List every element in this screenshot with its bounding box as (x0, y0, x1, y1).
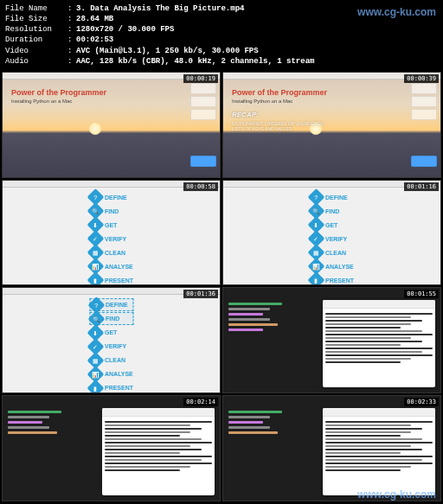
code-line (228, 329, 263, 331)
timestamp: 00:02:14 (183, 398, 218, 406)
text-line (105, 456, 212, 457)
hex-glyph: 📊 (311, 264, 319, 270)
text-line (325, 428, 422, 430)
step-label: GET (105, 222, 117, 228)
text-line (105, 435, 180, 437)
step-row: ⬇GET (310, 219, 354, 232)
hex-glyph: 📊 (91, 264, 99, 270)
mac-dock (411, 83, 437, 167)
text-line (325, 424, 411, 426)
code-line (8, 431, 57, 434)
step-label: GET (105, 329, 117, 335)
browser-toolbar (102, 408, 215, 417)
dock-item (411, 83, 437, 94)
step-label: FIND (325, 208, 339, 214)
text-line (105, 449, 202, 450)
text-line (325, 435, 401, 437)
step-row: 🔍FIND (310, 205, 354, 218)
text-line (325, 361, 401, 363)
meta-value-audio: AAC, 128 kb/s (CBR), 48.0 kHz, 2 channel… (76, 56, 314, 67)
browser-body (102, 417, 215, 475)
text-line (325, 469, 401, 471)
watermark-top: www.cg-ku.com (357, 5, 436, 19)
browser-window (323, 408, 435, 495)
text-line (325, 431, 411, 433)
colon: : (67, 35, 76, 45)
code-line (8, 426, 49, 429)
meta-value-video: AVC (Main@L3.1), 1 250 kb/s, 30.000 FPS (76, 46, 259, 56)
text-line (325, 442, 433, 443)
meta-label: Video (5, 46, 67, 56)
text-line (325, 330, 422, 332)
step-label: VERIFY (105, 343, 126, 349)
code-editor (228, 408, 305, 494)
meta-row-duration: Duration : 00:02:53 (5, 35, 438, 45)
text-line (325, 459, 422, 461)
code-line (8, 416, 49, 418)
meta-row-video: Video : AVC (Main@L3.1), 1 250 kb/s, 30.… (5, 46, 438, 56)
text-line (325, 344, 401, 346)
code-line (228, 416, 270, 418)
browser-body (323, 309, 435, 367)
step-row: ▦CLEAN (89, 354, 133, 367)
hex-glyph: ✓ (93, 236, 98, 242)
code-line (228, 323, 278, 326)
dock-item (411, 156, 437, 167)
text-line (105, 463, 212, 464)
hex-glyph: 🔍 (91, 208, 99, 214)
step-label: CLEAN (325, 250, 346, 256)
dock-item (190, 96, 216, 107)
hex-icon: ▮ (307, 271, 324, 285)
hex-glyph: ✓ (93, 343, 98, 349)
text-line (325, 452, 401, 454)
text-line (325, 456, 433, 457)
timestamp: 00:01:55 (404, 290, 439, 298)
meta-value-filename: 3. Data Analysis The Big Picture.mp4 (76, 3, 244, 14)
text-line (325, 337, 411, 339)
thumbnail-3: ?DEFINE🔍FIND⬇GET✓VERIFY▦CLEAN📊ANALYSE▮PR… (2, 180, 221, 286)
hex-glyph: ▮ (93, 385, 97, 391)
timestamp: 00:00:58 (183, 182, 218, 191)
code-line (228, 421, 263, 424)
hex-glyph: ▦ (312, 250, 318, 256)
meta-value-duration: 00:02:53 (76, 35, 113, 45)
step-label: CLEAN (105, 250, 125, 256)
hex-icon: ▮ (87, 380, 104, 393)
colon: : (67, 14, 76, 24)
step-label: DEFINE (105, 195, 127, 201)
text-line (325, 463, 433, 464)
text-line (325, 466, 411, 468)
step-label: DEFINE (106, 302, 128, 308)
code-editor (228, 300, 305, 386)
text-line (325, 313, 433, 315)
code-line (228, 318, 270, 321)
step-label: VERIFY (105, 236, 126, 242)
text-line (325, 316, 411, 318)
timestamp: 00:01:16 (404, 182, 439, 191)
hex-icon: ▮ (87, 271, 104, 285)
text-line (325, 445, 411, 447)
hex-glyph: ? (314, 195, 318, 201)
step-row: 📊ANALYSE (89, 367, 133, 380)
meta-label: Audio (5, 56, 67, 67)
hex-glyph: ▦ (92, 357, 98, 363)
code-line (8, 411, 61, 413)
step-label: CLEAN (105, 357, 125, 363)
step-row: ▮PRESENT (89, 381, 133, 393)
sun-icon (89, 123, 101, 135)
text-line (325, 421, 433, 423)
code-line (228, 426, 270, 429)
step-row: ⬇GET (89, 219, 133, 232)
step-row: ✓VERIFY (89, 233, 133, 246)
step-label: ANALYSE (325, 264, 354, 270)
hex-glyph: ⬇ (313, 222, 318, 228)
code-line (228, 303, 282, 305)
timestamp: 00:01:36 (183, 290, 218, 298)
mac-dock (190, 83, 216, 167)
hex-glyph: ▮ (314, 278, 318, 284)
text-line (105, 469, 180, 471)
dock-item (411, 96, 437, 107)
browser-body (323, 417, 435, 475)
code-line (228, 431, 278, 434)
text-line (325, 334, 433, 335)
